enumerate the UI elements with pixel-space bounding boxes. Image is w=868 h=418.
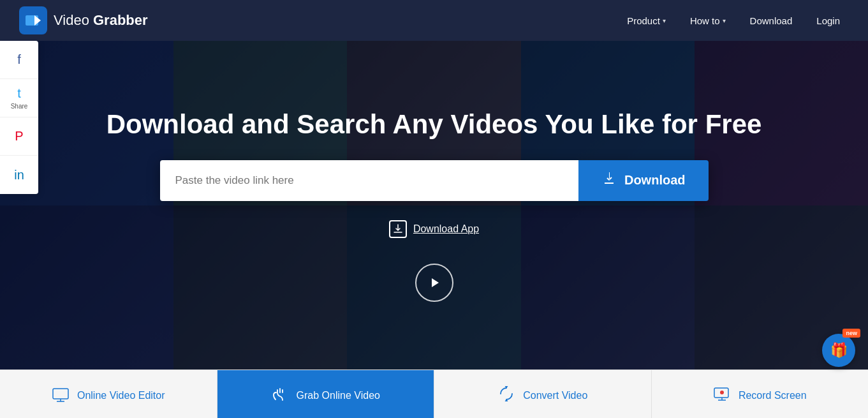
download-link[interactable]: Download: [741, 10, 802, 31]
tab-grab-online-video[interactable]: Grab Online Video: [217, 370, 435, 418]
search-bar: Download: [160, 160, 709, 201]
product-menu[interactable]: Product ▾: [618, 10, 675, 31]
convert-icon: [497, 385, 515, 407]
tab-online-video-editor[interactable]: Online Video Editor: [0, 370, 217, 418]
logo-link[interactable]: Video Grabber: [19, 6, 148, 34]
twitter-icon: t: [17, 86, 21, 101]
download-app-link[interactable]: Download App: [389, 220, 479, 238]
logo-text: Video Grabber: [54, 12, 148, 29]
hero-section: Download and Search Any Videos You Like …: [0, 41, 868, 369]
navbar: Video Grabber Product ▾ How to ▾ Downloa…: [0, 0, 868, 41]
bottom-tabs: Online Video Editor Grab Online Video Co…: [0, 369, 868, 418]
share-label: Share: [11, 103, 28, 110]
svg-point-7: [720, 391, 724, 394]
new-label: new: [842, 329, 860, 338]
download-icon: [601, 171, 617, 190]
navbar-menu: Product ▾ How to ▾ Download Login: [618, 10, 849, 31]
howto-chevron-icon: ▾: [723, 17, 726, 24]
gift-badge[interactable]: 🎁 new: [822, 334, 855, 367]
logo-icon: [19, 6, 47, 34]
product-chevron-icon: ▾: [663, 17, 666, 24]
social-sidebar: f t Share P in: [0, 41, 38, 194]
video-url-input[interactable]: [160, 160, 578, 201]
twitter-share-button[interactable]: t Share: [0, 79, 38, 117]
gift-icon: 🎁: [830, 342, 848, 359]
tab-record-screen[interactable]: Record Screen: [652, 370, 869, 418]
play-video-button[interactable]: [415, 264, 453, 302]
download-app-icon: [389, 220, 407, 238]
facebook-icon: f: [17, 52, 21, 67]
video-editor-icon: [52, 385, 70, 407]
svg-rect-3: [53, 389, 68, 399]
hero-content: Download and Search Any Videos You Like …: [0, 108, 868, 301]
tab-convert-label: Convert Video: [523, 390, 587, 401]
tab-video-editor-label: Online Video Editor: [77, 390, 165, 401]
facebook-share-button[interactable]: f: [0, 41, 38, 79]
svg-marker-2: [432, 278, 439, 287]
tab-record-label: Record Screen: [739, 390, 807, 401]
linkedin-share-button[interactable]: in: [0, 156, 38, 194]
linkedin-icon: in: [14, 168, 24, 183]
pinterest-icon: P: [15, 129, 23, 144]
tab-convert-video[interactable]: Convert Video: [434, 370, 652, 418]
download-button[interactable]: Download: [578, 160, 709, 201]
grab-icon: [271, 385, 289, 407]
login-button[interactable]: Login: [807, 10, 849, 31]
hero-title: Download and Search Any Videos You Like …: [107, 108, 762, 140]
record-icon: [713, 385, 731, 407]
howto-menu[interactable]: How to ▾: [681, 10, 735, 31]
tab-grab-label: Grab Online Video: [297, 390, 380, 401]
pinterest-share-button[interactable]: P: [0, 117, 38, 156]
